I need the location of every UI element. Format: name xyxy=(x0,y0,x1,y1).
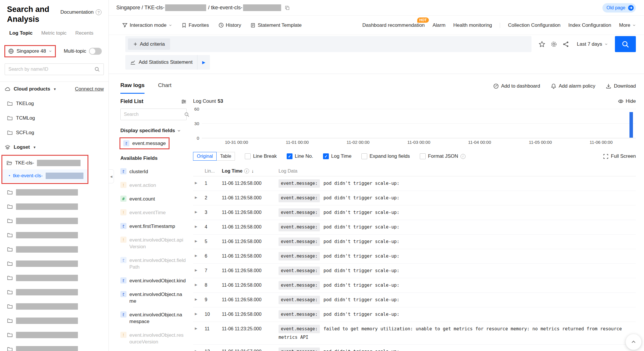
expand-row-icon[interactable]: ▶ xyxy=(193,348,205,351)
search-criteria-area[interactable]: Add criteria xyxy=(125,36,531,52)
back-to-top-button[interactable] xyxy=(626,334,641,350)
multi-topic-toggle[interactable] xyxy=(89,48,102,55)
help-icon[interactable]: ? xyxy=(96,9,101,15)
statement-template-button[interactable]: Statement Template xyxy=(250,22,302,28)
log-field-chip[interactable]: event.message: xyxy=(279,252,320,260)
run-statement-button[interactable]: ▶ xyxy=(197,55,210,70)
available-field-item[interactable]: ! event.action xyxy=(120,182,193,189)
logset-folder-item[interactable] xyxy=(0,200,108,214)
view-mode-original[interactable]: Original xyxy=(193,152,217,161)
log-field-chip[interactable]: event.message: xyxy=(279,194,320,202)
checkbox[interactable] xyxy=(420,153,426,159)
time-range-select[interactable]: Last 7 days xyxy=(577,41,608,47)
available-field-item[interactable]: ! event.involvedObject.resourceVersion xyxy=(120,332,193,345)
history-button[interactable]: History xyxy=(218,22,241,28)
logset-folder-item[interactable] xyxy=(0,328,108,342)
dashboard-recommendation-button[interactable]: HOT Dashboard recommendation xyxy=(362,22,425,28)
expand-row-icon[interactable]: ▶ xyxy=(193,325,205,330)
checkbox[interactable] xyxy=(245,153,251,159)
expand-row-icon[interactable]: ▶ xyxy=(193,237,205,243)
expand-row-icon[interactable]: ▶ xyxy=(193,252,205,258)
cloud-product-item[interactable]: SCFLog xyxy=(0,125,108,140)
logset-folder-item[interactable] xyxy=(0,185,108,200)
logset-folder-item[interactable] xyxy=(0,285,108,299)
log-time-column-header[interactable]: Log Time i ↓ xyxy=(222,169,279,174)
sidebar-tab-recents[interactable]: Recents xyxy=(75,30,93,38)
logset-folder-item[interactable] xyxy=(0,299,108,314)
tab-chart[interactable]: Chart xyxy=(158,82,171,94)
expand-row-icon[interactable]: ▶ xyxy=(193,281,205,287)
available-field-item[interactable]: t event.firstTimestamp xyxy=(120,223,193,230)
expand-row-icon[interactable]: ▶ xyxy=(193,208,205,214)
interaction-mode-menu[interactable]: Interaction mode xyxy=(122,22,172,28)
field-settings-icon[interactable] xyxy=(181,99,187,104)
cloud-product-item[interactable]: TKELog xyxy=(0,96,108,111)
view-option[interactable]: ✓ Line No. i xyxy=(287,153,313,159)
info-icon[interactable]: i xyxy=(244,169,249,173)
breadcrumb-segment-2[interactable]: / tke-event-cls- xyxy=(207,5,242,11)
histogram-bar[interactable] xyxy=(629,112,633,138)
expand-row-icon[interactable]: ▶ xyxy=(193,310,205,316)
old-page-button[interactable]: Old page xyxy=(602,3,636,13)
view-option[interactable]: Expand long fields i xyxy=(361,153,410,159)
view-mode-table[interactable]: Table xyxy=(216,152,235,161)
collection-configuration-button[interactable]: Collection Configuration xyxy=(508,22,561,28)
more-menu[interactable]: More xyxy=(619,22,636,28)
expand-row-icon[interactable]: ▶ xyxy=(193,296,205,301)
log-field-chip[interactable]: event.message: xyxy=(279,223,320,231)
available-field-item[interactable]: t event.involvedObject.name xyxy=(120,291,193,304)
checkbox[interactable] xyxy=(361,153,367,159)
log-field-chip[interactable]: event.message: xyxy=(279,325,320,333)
logset-folder-item[interactable] xyxy=(0,314,108,328)
add-criteria-button[interactable]: Add criteria xyxy=(128,38,170,50)
log-field-chip[interactable]: event.message: xyxy=(279,348,320,351)
topic-item-tke-event-cls[interactable]: • tke-event-cls- xyxy=(2,169,88,182)
full-screen-button[interactable]: Full Screen xyxy=(603,153,636,159)
available-field-item[interactable]: t clusterId xyxy=(120,168,193,175)
star-icon[interactable] xyxy=(538,41,545,48)
sort-desc-icon[interactable]: ↓ xyxy=(251,169,254,174)
search-icon[interactable] xyxy=(94,66,100,72)
logset-folder-item[interactable] xyxy=(0,271,108,285)
documentation-link[interactable]: Documentation ? xyxy=(60,9,101,15)
expand-row-icon[interactable]: ▶ xyxy=(193,223,205,228)
logset-folder-item[interactable] xyxy=(0,342,108,351)
sidebar-tab-log-topic[interactable]: Log Topic xyxy=(9,30,33,38)
histogram-plot-area[interactable]: 10-31 00:0011-01 00:0011-02 00:0011-03 0… xyxy=(202,109,636,138)
region-topic-select[interactable]: Singapore 48 xyxy=(5,46,55,56)
gear-icon[interactable] xyxy=(550,41,557,48)
health-monitoring-button[interactable]: Health monitoring xyxy=(453,22,492,28)
available-field-item[interactable]: ! event.eventTime xyxy=(120,209,193,216)
add-alarm-policy-button[interactable]: Add alarm policy xyxy=(551,83,595,89)
logset-folder-item[interactable] xyxy=(0,257,108,271)
cloud-product-item[interactable]: TCMLog xyxy=(0,111,108,125)
download-button[interactable]: Download xyxy=(606,83,636,89)
add-statistics-button[interactable]: Add Statistics Statement xyxy=(125,55,197,70)
expand-row-icon[interactable]: ▶ xyxy=(193,179,205,185)
logset-item-tke-cls[interactable]: TKE-cls- xyxy=(2,157,88,169)
displayed-field-event-message[interactable]: t event.message xyxy=(120,138,169,148)
log-field-chip[interactable]: event.message: xyxy=(279,310,320,319)
available-field-item[interactable]: t event.involvedObject.namespace xyxy=(120,311,193,325)
search-button[interactable] xyxy=(615,36,636,52)
add-to-dashboard-button[interactable]: Add to dashboard xyxy=(493,83,540,89)
cloud-products-header[interactable]: Cloud products ▾ Connect now xyxy=(0,82,108,96)
share-icon[interactable] xyxy=(562,41,569,48)
favorites-button[interactable]: Favorites xyxy=(181,22,209,28)
available-field-item[interactable]: ! event.involvedObject.apiVersion xyxy=(120,237,193,250)
connect-now-link[interactable]: Connect now xyxy=(75,86,104,92)
logset-header[interactable]: Logset ▾ xyxy=(0,140,108,155)
view-option[interactable]: Format JSON i xyxy=(420,153,465,159)
log-field-chip[interactable]: event.message: xyxy=(279,281,320,290)
logset-folder-item[interactable] xyxy=(0,242,108,257)
field-search-input[interactable] xyxy=(124,112,184,117)
alarm-button[interactable]: Alarm xyxy=(433,22,445,28)
tab-raw-logs[interactable]: Raw logs xyxy=(120,82,145,94)
log-field-chip[interactable]: event.message: xyxy=(279,296,320,304)
expand-row-icon[interactable]: ▶ xyxy=(193,194,205,199)
logset-folder-item[interactable] xyxy=(0,214,108,228)
log-field-chip[interactable]: event.message: xyxy=(279,208,320,217)
sidebar-tab-metric-topic[interactable]: Metric topic xyxy=(41,30,67,38)
logset-folder-item[interactable] xyxy=(0,228,108,242)
display-specified-fields-header[interactable]: Display specified fields xyxy=(120,128,193,134)
